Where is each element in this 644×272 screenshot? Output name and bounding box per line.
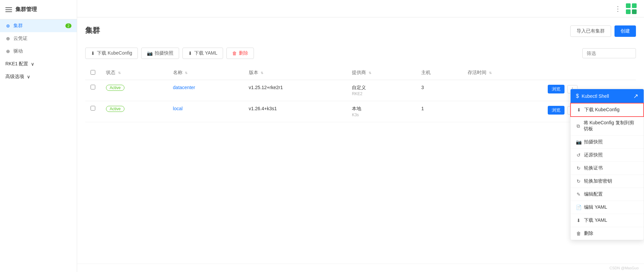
kubectl-shell-item[interactable]: $ Kubectl Shell ↗ — [571, 89, 644, 103]
svg-rect-2 — [626, 9, 631, 14]
col-name: 名称 ⇅ — [168, 66, 244, 80]
cluster-uptime — [462, 101, 542, 122]
table-row: Active datacenter v1.25.12+rke2r1 自定义 RK… — [85, 80, 636, 101]
explore-button[interactable]: 浏览 — [548, 106, 565, 115]
dropdown-header-label: Kubectl Shell — [582, 93, 609, 99]
cluster-icon: ⊕ — [5, 23, 11, 28]
rancher-logo — [625, 3, 637, 15]
edit-icon: ✎ — [576, 192, 581, 197]
sidebar-item-clusters[interactable]: ⊕ 集群 2 — [0, 19, 77, 32]
dropdown-item-label: 编辑配置 — [584, 191, 603, 197]
dropdown-item-label: 下载 YAML — [584, 217, 607, 223]
copy-icon: ⧉ — [576, 123, 581, 129]
sort-icon[interactable]: ⇅ — [261, 71, 263, 75]
camera-icon: 📷 — [576, 139, 581, 145]
page-title: 集群 — [85, 25, 100, 36]
file-icon: 📄 — [576, 205, 581, 210]
sort-icon[interactable]: ⇅ — [369, 71, 371, 75]
footer: CSDN @MasGuo — [77, 264, 644, 272]
delete-button[interactable]: 🗑 删除 — [226, 48, 254, 59]
sidebar-item-label: 驱动 — [13, 48, 71, 54]
dropdown-snapshot[interactable]: 📷 拍摄快照 — [571, 136, 644, 149]
cluster-uptime — [462, 80, 542, 101]
download-icon: ⬇ — [576, 107, 582, 113]
dropdown-item-label: 删除 — [584, 230, 593, 236]
dropdown-copy-kubeconfig[interactable]: ⧉ 将 KubeConfig 复制到剪切板 — [571, 117, 644, 136]
status-badge: Active — [106, 106, 124, 112]
rke1-group-label: RKE1 配置 — [5, 61, 28, 67]
topbar: ⋮ — [77, 0, 644, 17]
dropdown-item-label: 轮换证书 — [584, 165, 603, 171]
row-checkbox[interactable] — [91, 85, 95, 89]
trash-icon: 🗑 — [576, 231, 581, 236]
footer-text: CSDN @MasGuo — [609, 266, 639, 270]
explore-button[interactable]: 浏览 — [548, 85, 565, 93]
sidebar-item-cloud-credentials[interactable]: ⊕ 云凭证 — [0, 32, 77, 45]
dropdown-download-kubeconfig[interactable]: ⬇ 下载 KubeConfig — [570, 103, 644, 117]
dropdown-item-label: 下载 KubeConfig — [584, 107, 620, 113]
svg-rect-3 — [632, 9, 637, 14]
main-content: ⋮ 集群 导入已有集群 创建 ⬇ 下载 KubeConfig 📷 — [77, 0, 644, 272]
rotate-key-icon: ↻ — [576, 179, 581, 184]
page-header: 集群 导入已有集群 创建 — [85, 25, 636, 42]
snapshot-button[interactable]: 📷 拍摄快照 — [141, 48, 179, 59]
sidebar-group-rke1[interactable]: RKE1 配置 ∨ — [0, 58, 77, 70]
sort-icon[interactable]: ⇅ — [118, 71, 121, 75]
cluster-name-link[interactable]: local — [173, 106, 183, 111]
driver-icon: ⊕ — [5, 49, 11, 54]
dropdown-delete[interactable]: 🗑 删除 — [571, 227, 644, 240]
topbar-more-icon[interactable]: ⋮ — [614, 5, 621, 13]
import-clusters-button[interactable]: 导入已有集群 — [570, 25, 611, 37]
sort-icon[interactable]: ⇅ — [185, 71, 187, 75]
content-area: 集群 导入已有集群 创建 ⬇ 下载 KubeConfig 📷 拍摄快照 ⬇ 下载… — [77, 17, 644, 264]
col-status: 状态 ⇅ — [101, 66, 168, 80]
sidebar-group-advanced[interactable]: 高级选项 ∨ — [0, 70, 77, 83]
dropdown-rotate-encryption[interactable]: ↻ 轮换加密密钥 — [571, 175, 644, 188]
download-kubeconfig-button[interactable]: ⬇ 下载 KubeConfig — [85, 48, 138, 59]
cursor-icon: ↗ — [633, 92, 638, 100]
cluster-version: v1.25.12+rke2r1 — [244, 80, 347, 101]
advanced-group-label: 高级选项 — [5, 74, 24, 80]
dropdown-item-label: 编辑 YAML — [584, 204, 607, 210]
terminal-icon: $ — [576, 93, 579, 99]
trash-icon: 🗑 — [232, 51, 237, 56]
chevron-down-icon: ∨ — [27, 74, 30, 79]
col-provider: 提供商 ⇅ — [346, 66, 416, 80]
download-icon: ⬇ — [576, 218, 581, 223]
col-version: 版本 ⇅ — [244, 66, 347, 80]
cluster-count-badge: 2 — [65, 23, 71, 28]
filter-input[interactable] — [582, 48, 636, 58]
sort-icon[interactable]: ⇅ — [489, 71, 492, 75]
cluster-table: 状态 ⇅ 名称 ⇅ 版本 ⇅ 提供商 ⇅ — [85, 66, 636, 122]
dropdown-item-label: 轮换加密密钥 — [584, 178, 612, 184]
sidebar-item-drivers[interactable]: ⊕ 驱动 — [0, 45, 77, 58]
svg-rect-1 — [632, 3, 637, 8]
hamburger-icon[interactable] — [5, 7, 12, 12]
cluster-provider: 本地 K3s — [346, 101, 416, 122]
cluster-version: v1.26.4+k3s1 — [244, 101, 347, 122]
cluster-provider: 自定义 RKE2 — [346, 80, 416, 101]
sidebar-header: 集群管理 — [0, 0, 77, 19]
dropdown-restore-snapshot[interactable]: ↺ 还原快照 — [571, 149, 644, 162]
sidebar-title: 集群管理 — [15, 6, 37, 13]
sidebar: 集群管理 ⊕ 集群 2 ⊕ 云凭证 ⊕ 驱动 RKE1 配置 ∨ 高级选项 ∨ — [0, 0, 77, 272]
create-cluster-button[interactable]: 创建 — [614, 25, 636, 37]
col-hosts: 主机 — [416, 66, 462, 80]
cloud-icon: ⊕ — [5, 36, 11, 41]
dropdown-item-label: 还原快照 — [584, 152, 603, 158]
download-icon: ⬇ — [91, 51, 95, 56]
dropdown-edit-yaml[interactable]: 📄 编辑 YAML — [571, 201, 644, 214]
download-yaml-button[interactable]: ⬇ 下载 YAML — [182, 48, 223, 59]
header-actions: 导入已有集群 创建 — [570, 25, 636, 37]
dropdown-item-label: 将 KubeConfig 复制到剪切板 — [584, 120, 638, 132]
dropdown-item-label: 拍摄快照 — [584, 139, 603, 145]
dropdown-rotate-cert[interactable]: ↻ 轮换证书 — [571, 162, 644, 175]
svg-rect-0 — [626, 3, 631, 8]
cluster-name-link[interactable]: datacenter — [173, 85, 195, 90]
dropdown-edit-config[interactable]: ✎ 编辑配置 — [571, 188, 644, 201]
row-checkbox[interactable] — [91, 106, 95, 111]
sidebar-item-label: 集群 — [13, 23, 63, 29]
select-all-checkbox[interactable] — [91, 70, 95, 75]
dropdown-download-yaml[interactable]: ⬇ 下载 YAML — [571, 214, 644, 227]
context-dropdown-menu: $ Kubectl Shell ↗ ⬇ 下载 KubeConfig ⧉ 将 Ku… — [570, 89, 644, 240]
